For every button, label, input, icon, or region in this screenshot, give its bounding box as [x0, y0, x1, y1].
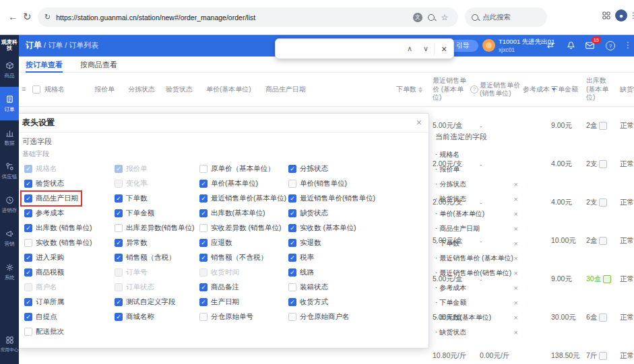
help-icon[interactable]: ? — [606, 41, 615, 50]
modal-close-icon[interactable]: × — [416, 117, 422, 128]
find-next-button[interactable]: ∨ — [418, 44, 434, 53]
product-image-icon[interactable] — [599, 314, 607, 322]
column-header-报价单[interactable]: 报价单 — [94, 73, 125, 106]
field-option-销售额（含税）[interactable]: ✓销售额（含税） — [113, 252, 178, 264]
checkbox[interactable]: ✓ — [199, 283, 208, 291]
checkbox[interactable]: ✓ — [24, 254, 32, 262]
sidebar-item-供应链[interactable]: 供应链 — [0, 154, 19, 188]
checkbox[interactable]: ✓ — [24, 298, 32, 306]
checkbox[interactable]: ✓ — [199, 209, 208, 217]
product-image-icon[interactable] — [599, 122, 607, 130]
sidebar-item-订单[interactable]: 订单 — [0, 87, 19, 120]
field-option-生产日期[interactable]: ✓生产日期 — [197, 296, 241, 308]
field-option-分拣状态[interactable]: ✓分拣状态 — [286, 163, 330, 175]
checkbox[interactable] — [24, 239, 32, 247]
checkbox[interactable] — [199, 313, 208, 321]
field-option-商城名称[interactable]: ✓商城名称 — [113, 311, 156, 323]
column-header-最近销售单价 (销售单位)[interactable]: 最近销售单价 (销售单位) — [480, 73, 523, 106]
tab-按订单查看[interactable]: 按订单查看 — [26, 57, 63, 73]
sidebar-item-系统[interactable]: 系统 — [0, 255, 19, 289]
checkbox[interactable] — [288, 180, 296, 188]
checkbox[interactable]: ✓ — [115, 313, 123, 321]
remove-field-icon[interactable]: × — [513, 314, 519, 322]
user-avatar[interactable] — [482, 39, 495, 52]
column-header-出库数 (基本单位)[interactable]: 出库数 (基本单位) — [586, 73, 617, 106]
column-header-缺货状态[interactable]: 缺货状态 — [620, 73, 634, 106]
checkbox[interactable] — [115, 268, 123, 277]
field-option-出库数(基本单位)[interactable]: ✓出库数(基本单位) — [197, 207, 267, 219]
browser-menu-icon[interactable]: ⋮ — [629, 11, 634, 20]
field-option-实收差异数 (销售单位)[interactable]: 实收差异数 (销售单位) — [197, 222, 283, 234]
selected-field-分拣状态[interactable]: ·分拣状态× — [435, 177, 519, 192]
selected-field-缺货状态[interactable]: ·缺货状态× — [435, 325, 519, 340]
checkbox[interactable] — [288, 283, 296, 291]
select-all-checkbox[interactable] — [32, 73, 40, 106]
browser-profile-avatar[interactable]: ● — [615, 9, 627, 22]
translate-icon[interactable]: 文 — [411, 11, 424, 24]
field-option-税率[interactable]: ✓税率 — [286, 252, 316, 264]
field-option-实收数 (基本单位)[interactable]: ✓实收数 (基本单位) — [286, 222, 358, 234]
checkbox[interactable]: ✓ — [24, 209, 32, 217]
field-option-报价单[interactable]: ✓报价单 — [113, 163, 150, 175]
column-header-下单金额[interactable]: 下单金额 — [551, 73, 583, 106]
field-option-单价(销售单位)[interactable]: 单价(销售单位) — [286, 178, 349, 190]
browser-back-icon[interactable]: ← — [8, 11, 18, 22]
field-option-测试自定义字段[interactable]: ✓测试自定义字段 — [113, 296, 178, 308]
checkbox[interactable]: ✓ — [288, 239, 296, 247]
checkbox[interactable]: ✓ — [24, 224, 32, 232]
bell-icon[interactable] — [566, 40, 576, 50]
column-settings-icon[interactable]: ≡ — [22, 73, 30, 106]
checkbox[interactable]: ✓ — [115, 254, 123, 262]
selected-field-最近销售单价(销售单位)[interactable]: ·最近销售单价(销售单位)× — [435, 266, 519, 281]
zoom-icon[interactable] — [424, 11, 438, 24]
field-option-分仓原始单号[interactable]: 分仓原始单号 — [197, 311, 255, 323]
selected-field-出库数(基本单位)[interactable]: ·出库数(基本单位)× — [435, 310, 519, 325]
product-image-icon[interactable] — [599, 198, 607, 207]
product-image-icon[interactable] — [599, 352, 607, 360]
checkbox[interactable] — [115, 283, 123, 291]
field-option-下单数[interactable]: ✓下单数 — [113, 192, 150, 205]
address-bar[interactable]: ↻ https://station.guanmai.cn/station/new… — [38, 7, 458, 27]
column-header-参考成本[interactable]: 参考成本 — [523, 73, 552, 106]
field-option-下单金额[interactable]: ✓下单金额 — [113, 207, 156, 219]
find-close-button[interactable]: × — [434, 43, 453, 55]
remove-field-icon[interactable]: × — [513, 240, 519, 248]
find-previous-button[interactable]: ∧ — [402, 44, 418, 53]
checkbox[interactable]: ✓ — [288, 165, 296, 173]
bookmark-star-icon[interactable]: ☆ — [438, 11, 451, 24]
selected-field-报价单[interactable]: ·报价单 — [435, 162, 519, 177]
remove-field-icon[interactable]: × — [513, 225, 519, 233]
field-option-单价(基本单位)[interactable]: ✓单价(基本单位) — [197, 178, 260, 190]
browser-reload-icon[interactable]: ↻ — [23, 11, 32, 22]
column-header-单价(基本单位)[interactable]: 单价(基本单位) — [206, 73, 263, 106]
field-option-原单价（基本单位）[interactable]: 原单价（基本单位） — [197, 163, 277, 175]
field-option-配送批次[interactable]: 配送批次 — [22, 326, 66, 338]
remove-field-icon[interactable]: × — [513, 299, 519, 307]
column-header-最近销售单价 (基本单位)[interactable]: 最近销售单价 (基本单位)? — [433, 73, 478, 106]
checkbox[interactable]: ✓ — [24, 180, 32, 188]
breadcrumb-segment[interactable]: 订单 — [26, 40, 42, 50]
checkbox[interactable] — [24, 283, 32, 291]
field-option-缺货状态[interactable]: ✓缺货状态 — [286, 207, 330, 219]
field-option-装箱状态[interactable]: 装箱状态 — [286, 281, 330, 293]
field-option-规格名[interactable]: ✓规格名 — [22, 163, 59, 175]
remove-field-icon[interactable]: × — [513, 195, 519, 203]
checkbox[interactable]: ✓ — [24, 165, 32, 173]
checkbox[interactable]: ✓ — [199, 194, 208, 203]
field-option-进入采购[interactable]: ✓进入采购 — [22, 252, 66, 264]
field-option-最近销售单价(基本单位)[interactable]: ✓最近销售单价(基本单位) — [197, 192, 288, 205]
column-header-分拣状态[interactable]: 分拣状态 — [128, 73, 163, 106]
sidebar-item-商品[interactable]: 商品 — [0, 53, 19, 87]
checkbox[interactable] — [199, 224, 208, 232]
remove-field-icon[interactable]: × — [513, 210, 519, 218]
checkbox[interactable]: ✓ — [115, 194, 123, 203]
field-option-收货方式[interactable]: ✓收货方式 — [286, 296, 330, 308]
quick-search-pill[interactable]: 点此搜索 — [465, 7, 547, 27]
field-option-收货时间[interactable]: 收货时间 — [197, 266, 241, 279]
checkbox[interactable]: ✓ — [115, 209, 123, 217]
field-option-商品备注[interactable]: ✓商品备注 — [197, 281, 241, 293]
selected-field-单价(基本单位)[interactable]: ·单价(基本单位)× — [435, 207, 519, 221]
checkbox[interactable]: ✓ — [288, 298, 296, 306]
field-option-实收数 (销售单位)[interactable]: 实收数 (销售单位) — [22, 237, 94, 249]
breadcrumb-segment[interactable]: 订单 — [48, 41, 63, 49]
